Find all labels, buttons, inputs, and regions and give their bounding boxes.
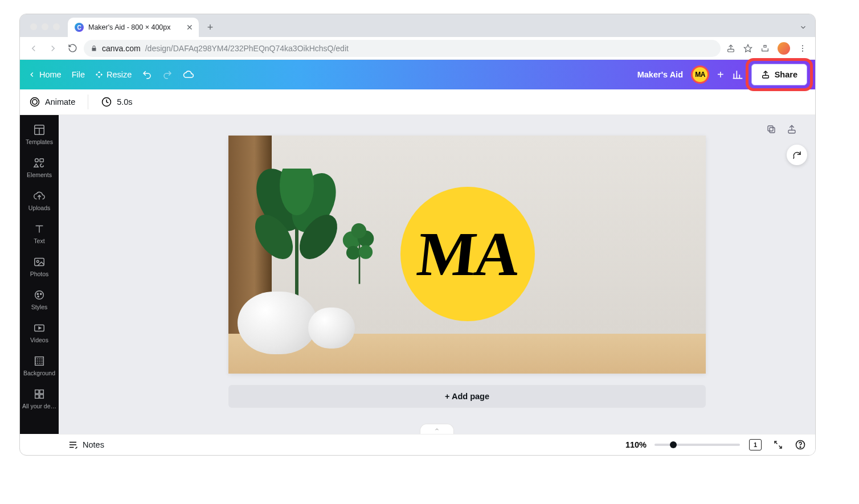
expand-timeline-handle[interactable] <box>420 424 454 434</box>
reload-button[interactable] <box>64 40 80 56</box>
browser-tab-strip: C Maker's Aid - 800 × 400px ✕ + <box>20 14 815 37</box>
duration-button[interactable]: 5.0s <box>101 96 132 108</box>
page-count-button[interactable]: 1 <box>749 439 762 450</box>
svg-rect-26 <box>40 390 43 394</box>
extensions-icon[interactable] <box>760 44 770 53</box>
sidebar-item-all-designs[interactable]: All your de… <box>20 383 59 415</box>
sidebar-label: Photos <box>20 271 59 277</box>
browser-window: C Maker's Aid - 800 × 400px ✕ + canva.co… <box>19 14 816 456</box>
sidebar-item-background[interactable]: Background <box>20 350 59 382</box>
insights-icon[interactable] <box>732 69 743 80</box>
svg-point-17 <box>36 260 39 263</box>
notes-label: Notes <box>83 440 104 449</box>
styles-icon <box>33 289 46 301</box>
cloud-status-icon[interactable] <box>183 69 194 80</box>
browser-action-icons <box>724 42 809 55</box>
share-button[interactable]: Share <box>751 64 807 85</box>
bookmark-icon[interactable] <box>743 44 752 53</box>
help-icon[interactable] <box>795 439 806 450</box>
sidebar-item-photos[interactable]: Photos <box>20 251 59 282</box>
notes-icon <box>68 440 78 450</box>
svg-rect-25 <box>35 390 39 394</box>
maximize-window-icon[interactable] <box>53 23 60 30</box>
divider <box>88 95 88 109</box>
fullscreen-icon[interactable] <box>773 440 783 450</box>
sidebar-label: All your de… <box>20 403 59 409</box>
url-path: /design/DAFAq298YM4/232PhEQnQ74ka3OikHch… <box>145 44 349 53</box>
forward-button[interactable] <box>45 40 61 56</box>
export-page-icon[interactable] <box>787 124 797 134</box>
page-actions <box>766 124 797 134</box>
svg-marker-1 <box>744 44 751 52</box>
tabs-dropdown-icon[interactable] <box>799 23 815 37</box>
more-menu-icon[interactable] <box>798 44 807 53</box>
svg-point-18 <box>35 291 44 300</box>
svg-point-7 <box>32 100 37 104</box>
sidebar-item-styles[interactable]: Styles <box>20 284 59 315</box>
svg-point-12 <box>35 158 38 162</box>
photos-icon <box>33 256 46 268</box>
logo-element[interactable]: MA <box>400 187 535 321</box>
user-avatar[interactable]: MA <box>691 65 709 84</box>
page-indicator: 1 <box>754 441 757 448</box>
sidebar-item-templates[interactable]: Templates <box>20 118 59 150</box>
notes-button[interactable]: Notes <box>68 440 104 450</box>
design-page[interactable]: MA <box>228 136 706 374</box>
address-bar[interactable]: canva.com/design/DAFAq298YM4/232PhEQnQ74… <box>84 40 721 57</box>
all-designs-icon <box>33 388 46 400</box>
zoom-control: 110% <box>625 440 740 449</box>
add-page-button[interactable]: + Add page <box>228 385 706 408</box>
sidebar-item-uploads[interactable]: Uploads <box>20 185 59 216</box>
canvas-area[interactable]: MA + Add page <box>59 115 815 434</box>
undo-button[interactable] <box>142 69 152 80</box>
redo-button[interactable] <box>162 69 173 80</box>
canva-favicon-icon: C <box>75 23 84 32</box>
animate-button[interactable]: Animate <box>29 96 75 108</box>
new-tab-button[interactable]: + <box>202 21 218 37</box>
file-menu[interactable]: File <box>72 70 85 79</box>
logo-text: MA <box>414 218 522 290</box>
svg-rect-31 <box>788 130 795 133</box>
share-label: Share <box>775 70 797 79</box>
sidebar-label: Uploads <box>20 204 59 211</box>
regenerate-button[interactable] <box>787 145 807 165</box>
svg-point-39 <box>351 223 366 238</box>
duplicate-page-icon[interactable] <box>766 124 776 134</box>
sidebar-item-text[interactable]: Text <box>20 218 59 249</box>
svg-point-6 <box>31 98 39 106</box>
uploads-icon <box>33 190 46 202</box>
back-button[interactable] <box>26 40 42 56</box>
duration-label: 5.0s <box>117 97 132 106</box>
document-title[interactable]: Maker's Aid <box>637 70 683 79</box>
close-tab-icon[interactable]: ✕ <box>186 23 193 32</box>
zoom-value[interactable]: 110% <box>625 440 647 449</box>
profile-avatar-icon[interactable] <box>778 42 790 55</box>
zoom-slider[interactable] <box>655 444 740 446</box>
svg-point-40 <box>346 246 360 260</box>
sidebar-label: Text <box>20 237 59 244</box>
svg-rect-13 <box>40 159 43 162</box>
close-window-icon[interactable] <box>30 23 37 30</box>
text-icon <box>33 223 46 235</box>
add-collaborator-button[interactable]: + <box>717 68 724 81</box>
svg-marker-23 <box>39 327 41 329</box>
home-button[interactable]: Home <box>28 70 62 79</box>
svg-point-4 <box>802 50 803 51</box>
sidebar-label: Templates <box>20 138 59 145</box>
context-toolbar: Animate 5.0s <box>20 89 815 115</box>
templates-icon <box>33 124 46 136</box>
share-url-icon[interactable] <box>726 44 735 53</box>
tab-title: Maker's Aid - 800 × 400px <box>88 23 182 31</box>
lock-icon <box>91 45 97 52</box>
svg-point-41 <box>359 245 373 259</box>
svg-point-20 <box>40 293 42 294</box>
minimize-window-icon[interactable] <box>42 23 48 30</box>
sidebar-item-videos[interactable]: Videos <box>20 317 59 349</box>
animate-icon <box>29 96 40 108</box>
browser-tab[interactable]: C Maker's Aid - 800 × 400px ✕ <box>68 18 199 37</box>
svg-point-2 <box>802 45 803 46</box>
sidebar-item-elements[interactable]: Elements <box>20 151 59 183</box>
svg-rect-5 <box>762 75 768 78</box>
url-domain: canva.com <box>102 44 141 53</box>
resize-button[interactable]: Resize <box>95 70 132 79</box>
